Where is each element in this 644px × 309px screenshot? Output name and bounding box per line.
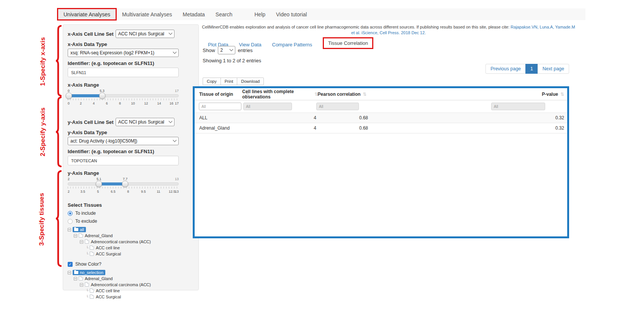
table-filter-row (195, 100, 567, 113)
x-slider-max-value: 17 (175, 89, 179, 93)
tree-node-root[interactable]: all (68, 227, 179, 232)
table-header-row: Tissue of origin ⇅ Cell lines with compl… (195, 88, 567, 100)
entries-control: Show 2 entries (203, 46, 253, 54)
folder-icon (74, 228, 78, 231)
x-cell-line-set-select[interactable]: ACC NCI plus Surgical (116, 30, 174, 38)
annotation-step2-label: 2-Specify y-axis (39, 108, 47, 157)
chevron-down-icon (173, 50, 177, 54)
table-row[interactable]: Adrenal_Gland 4 0.68 0.32 (195, 123, 567, 133)
annotation-bracket-2 (56, 97, 62, 167)
collapse-toggle-icon[interactable] (68, 228, 71, 231)
folder-outline-icon (85, 283, 89, 287)
slider-ticks (68, 187, 179, 189)
slider-handle-from[interactable] (65, 93, 72, 99)
folder-icon (74, 271, 78, 274)
chevron-down-icon (173, 138, 177, 142)
download-button[interactable]: Download (237, 78, 264, 85)
folder-outline-icon (79, 277, 83, 280)
y-range-slider: 2 5.1 7.7 13 2 3.5 5 6.5 8 9.5 11 12.5 1… (68, 177, 179, 196)
collapse-toggle-icon[interactable] (68, 271, 71, 274)
print-button[interactable]: Print (220, 78, 238, 85)
x-range-label: x-Axis Range (68, 82, 179, 88)
radio-to-exclude[interactable]: To exclude (68, 219, 179, 224)
tree-leaf-connector: └ (86, 295, 89, 299)
slider-handle-to[interactable] (122, 181, 128, 187)
show-color-checkbox[interactable]: ✓ Show Color? (68, 261, 179, 267)
tissue-color-tree: no_selection Adrenal_Gland Adrenocortica… (68, 270, 179, 299)
red-highlight-box-tissue-correlation: Tissue Correlation (323, 37, 373, 49)
sort-icon[interactable]: ⇅ (560, 92, 564, 97)
sort-icon[interactable]: ⇅ (363, 92, 366, 97)
filter-pearson-input[interactable] (316, 103, 359, 110)
chevron-down-icon (168, 31, 172, 35)
checkbox-checked-icon: ✓ (68, 262, 73, 267)
tab-tissue-correlation[interactable]: Tissue Correlation (328, 40, 368, 46)
tree-node[interactable]: Adrenocortical carcinoma (ACC) (80, 282, 179, 287)
filter-cell-lines-input[interactable] (243, 103, 292, 110)
folder-outline-icon (85, 240, 89, 244)
radio-to-include[interactable]: To include (68, 211, 179, 216)
next-page-button[interactable]: Next page (538, 64, 569, 74)
column-header-p-value[interactable]: P-value ⇅ (481, 88, 564, 100)
x-cell-line-set-label: x-Axis Cell Line Set (68, 31, 114, 37)
sidebar-panel: x-Axis Cell Line Set ACC NCI plus Surgic… (63, 24, 199, 290)
page-number-button[interactable]: 1 (525, 64, 538, 74)
entries-count-select[interactable]: 2 (218, 46, 235, 54)
nav-search[interactable]: Search (210, 8, 238, 20)
y-slider-to-value: 7.7 (123, 177, 128, 181)
column-header-pearson-correlation[interactable]: Pearson correlation ⇅ (316, 88, 369, 100)
collapse-toggle-icon[interactable] (80, 283, 83, 287)
nav-help[interactable]: Help (249, 8, 271, 20)
x-slider-to-value: 5.3 (100, 89, 105, 93)
filter-tissue-input[interactable] (199, 103, 241, 110)
slider-selected-bar (68, 94, 102, 97)
slider-handle-to[interactable] (99, 93, 105, 99)
tree-node[interactable]: └ ACC Surgical (86, 294, 179, 299)
y-identifier-label: Identifier: (e.g. topotecan or SLFN11) (68, 149, 179, 154)
tree-node[interactable]: Adrenal_Gland (74, 233, 179, 238)
tree-node-root[interactable]: no_selection (68, 270, 179, 275)
tree-node[interactable]: └ ACC cell line (86, 245, 179, 250)
cellminercdb-page: Univariate Analyses Multivariate Analyse… (0, 0, 644, 309)
tree-leaf-connector: └ (86, 246, 89, 250)
copy-button[interactable]: Copy (203, 78, 221, 85)
x-range-slider: 0 5.3 17 0 2 4 6 8 10 12 14 16 17 (68, 89, 179, 108)
nav-univariate-analyses[interactable]: Univariate Analyses (58, 9, 116, 19)
y-data-type-select[interactable]: act: Drug Activity (-log10[IC50M]) (68, 137, 179, 145)
slider-ticks (68, 98, 179, 100)
tree-node[interactable]: └ ACC Surgical (86, 251, 179, 257)
radio-selected-icon (68, 211, 73, 216)
previous-page-button[interactable]: Previous page (485, 64, 526, 74)
table-row[interactable]: ALL 4 0.68 0.32 (195, 113, 567, 123)
annotation-step3-label: 3-Specify tissues (38, 193, 46, 246)
folder-outline-icon (79, 234, 83, 238)
red-highlight-box-univariate: Univariate Analyses (57, 8, 117, 21)
export-buttons: Copy Print Download (203, 78, 264, 85)
collapse-toggle-icon[interactable] (74, 234, 77, 238)
tree-node[interactable]: Adrenal_Gland (74, 276, 179, 281)
x-identifier-label: Identifier: (e.g. topotecan or SLFN11) (68, 60, 179, 66)
x-data-type-select[interactable]: xsq: RNA-seq Expression (log2 FPKM+1) (68, 49, 179, 57)
tree-node[interactable]: └ ACC cell line (86, 288, 179, 293)
collapse-toggle-icon[interactable] (80, 240, 83, 244)
collapse-toggle-icon[interactable] (74, 277, 77, 280)
y-slider-max-value: 13 (175, 177, 179, 181)
showing-entries-text: Showing 1 to 2 of 2 entries (203, 58, 261, 63)
citation-link[interactable]: Rajapakse.VN, Luna.A, Yamade.M (511, 25, 575, 29)
pagination: Previous page 1 Next page (485, 64, 569, 74)
y-identifier-input[interactable] (68, 156, 179, 165)
y-cell-line-set-select[interactable]: ACC NCI plus Surgical (116, 118, 174, 126)
results-table: Tissue of origin ⇅ Cell lines with compl… (193, 86, 569, 238)
nav-video-tutorial[interactable]: Video tutorial (271, 8, 312, 20)
nav-metadata[interactable]: Metadata (177, 8, 210, 20)
slider-handle-from[interactable] (96, 181, 102, 187)
tab-compare-patterns[interactable]: Compare Patterns (272, 42, 312, 48)
tree-node[interactable]: Adrenocortical carcinoma (ACC) (80, 239, 179, 244)
filter-p-value-input[interactable] (491, 103, 545, 110)
y-data-type-label: y-Axis Data Type (68, 130, 179, 135)
citation-link-2[interactable]: et al. iScience, Cell Press. 2018 Dec 12… (351, 30, 426, 35)
top-navigation: Univariate Analyses Multivariate Analyse… (57, 8, 585, 20)
column-header-cell-lines[interactable]: Cell lines with complete observations ⇅ (242, 88, 318, 100)
nav-multivariate-analyses[interactable]: Multivariate Analyses (117, 8, 178, 20)
x-identifier-input[interactable] (68, 68, 179, 77)
